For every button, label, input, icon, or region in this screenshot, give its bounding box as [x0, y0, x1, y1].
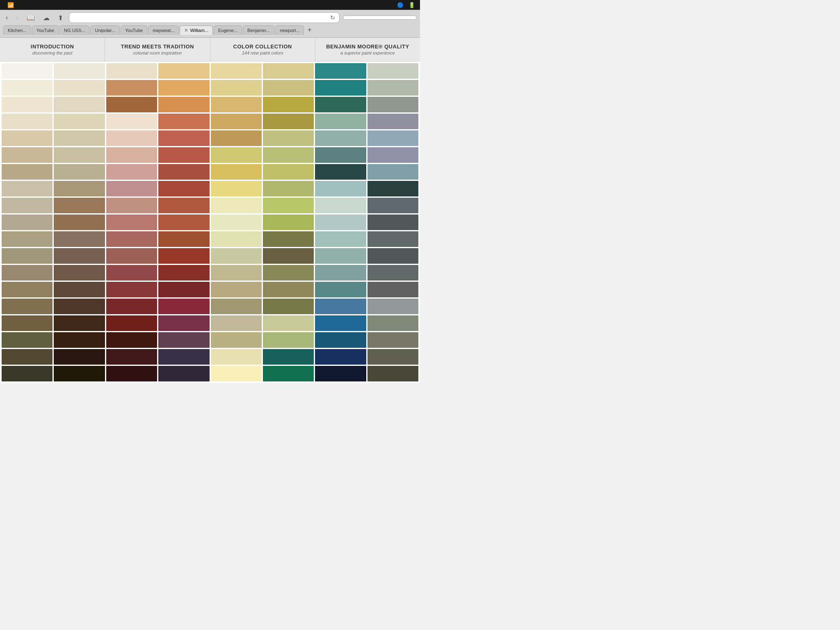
color-swatch-92[interactable]: [211, 248, 262, 264]
color-swatch-66[interactable]: [106, 198, 157, 213]
color-swatch-127[interactable]: [368, 315, 418, 331]
color-swatch-120[interactable]: [2, 315, 52, 331]
color-swatch-95[interactable]: [368, 248, 418, 264]
color-swatch-118[interactable]: [315, 299, 366, 314]
color-swatch-113[interactable]: [54, 299, 105, 314]
tab-unipolar---[interactable]: Unipolar...: [90, 25, 120, 35]
color-swatch-125[interactable]: [263, 315, 314, 331]
tab-eugene---[interactable]: Eugene...: [214, 25, 242, 35]
color-swatch-49[interactable]: [54, 164, 105, 180]
color-swatch-2[interactable]: [106, 63, 157, 79]
color-swatch-56[interactable]: [2, 181, 52, 196]
color-swatch-75[interactable]: [158, 215, 209, 230]
nav-section-benjamin-moore--qual[interactable]: BENJAMIN MOORE® QUALITYa superior paint …: [315, 38, 420, 61]
color-swatch-52[interactable]: [211, 164, 262, 180]
color-swatch-12[interactable]: [211, 80, 262, 96]
color-swatch-132[interactable]: [211, 332, 262, 348]
color-swatch-34[interactable]: [106, 130, 157, 146]
color-swatch-85[interactable]: [263, 231, 314, 247]
color-swatch-87[interactable]: [368, 231, 418, 247]
color-swatch-46[interactable]: [315, 147, 366, 163]
icloud-button[interactable]: ☁: [41, 13, 52, 23]
color-swatch-123[interactable]: [158, 315, 209, 331]
color-swatch-103[interactable]: [368, 265, 418, 281]
color-swatch-6[interactable]: [315, 63, 366, 79]
color-swatch-102[interactable]: [315, 265, 366, 281]
tab-youtube[interactable]: YouTube: [32, 25, 59, 35]
address-bar[interactable]: ↻: [69, 12, 340, 23]
color-swatch-64[interactable]: [2, 198, 52, 213]
color-swatch-134[interactable]: [315, 332, 366, 348]
color-swatch-133[interactable]: [263, 332, 314, 348]
color-swatch-38[interactable]: [315, 130, 366, 146]
color-swatch-141[interactable]: [263, 349, 314, 365]
color-swatch-60[interactable]: [211, 181, 262, 196]
color-swatch-121[interactable]: [54, 315, 105, 331]
color-swatch-77[interactable]: [263, 215, 314, 230]
color-swatch-9[interactable]: [54, 80, 105, 96]
search-box[interactable]: [343, 16, 417, 20]
color-swatch-84[interactable]: [211, 231, 262, 247]
color-swatch-44[interactable]: [211, 147, 262, 163]
color-swatch-136[interactable]: [2, 349, 52, 365]
color-swatch-144[interactable]: [2, 366, 52, 381]
color-swatch-20[interactable]: [211, 97, 262, 112]
tab-william---[interactable]: ✕William...: [180, 25, 213, 35]
tab-newport---[interactable]: newport...: [275, 25, 304, 35]
color-swatch-114[interactable]: [106, 299, 157, 314]
color-swatch-117[interactable]: [263, 299, 314, 314]
color-swatch-48[interactable]: [2, 164, 52, 180]
color-swatch-131[interactable]: [158, 332, 209, 348]
color-swatch-68[interactable]: [211, 198, 262, 213]
color-swatch-55[interactable]: [368, 164, 418, 180]
color-swatch-41[interactable]: [54, 147, 105, 163]
color-swatch-18[interactable]: [106, 97, 157, 112]
color-swatch-25[interactable]: [54, 114, 105, 129]
color-swatch-91[interactable]: [158, 248, 209, 264]
nav-section-trend-meets-traditio[interactable]: TREND MEETS TRADITIONcolonial room inspi…: [105, 38, 210, 61]
color-swatch-62[interactable]: [315, 181, 366, 196]
color-swatch-100[interactable]: [211, 265, 262, 281]
color-swatch-10[interactable]: [106, 80, 157, 96]
color-swatch-23[interactable]: [368, 97, 418, 112]
bookmarks-button[interactable]: 📖: [24, 13, 37, 23]
color-swatch-69[interactable]: [263, 198, 314, 213]
color-swatch-130[interactable]: [106, 332, 157, 348]
color-swatch-24[interactable]: [2, 114, 52, 129]
color-swatch-86[interactable]: [315, 231, 366, 247]
color-swatch-5[interactable]: [263, 63, 314, 79]
color-swatch-139[interactable]: [158, 349, 209, 365]
color-swatch-108[interactable]: [211, 282, 262, 297]
color-swatch-83[interactable]: [158, 231, 209, 247]
color-swatch-135[interactable]: [368, 332, 418, 348]
color-swatch-79[interactable]: [368, 215, 418, 230]
color-swatch-40[interactable]: [2, 147, 52, 163]
color-swatch-98[interactable]: [106, 265, 157, 281]
color-swatch-97[interactable]: [54, 265, 105, 281]
color-swatch-89[interactable]: [54, 248, 105, 264]
color-swatch-39[interactable]: [368, 130, 418, 146]
color-swatch-138[interactable]: [106, 349, 157, 365]
color-swatch-149[interactable]: [263, 366, 314, 381]
color-swatch-109[interactable]: [263, 282, 314, 297]
share-button[interactable]: ⬆: [55, 13, 66, 23]
color-swatch-17[interactable]: [54, 97, 105, 112]
color-swatch-128[interactable]: [2, 332, 52, 348]
tab-youtube[interactable]: YouTube: [121, 25, 147, 35]
color-swatch-129[interactable]: [54, 332, 105, 348]
color-swatch-73[interactable]: [54, 215, 105, 230]
color-swatch-126[interactable]: [315, 315, 366, 331]
nav-section-color-collection[interactable]: COLOR COLLECTION144 new paint colors: [210, 38, 315, 61]
color-swatch-33[interactable]: [54, 130, 105, 146]
color-swatch-36[interactable]: [211, 130, 262, 146]
color-swatch-78[interactable]: [315, 215, 366, 230]
color-swatch-50[interactable]: [106, 164, 157, 180]
color-swatch-112[interactable]: [2, 299, 52, 314]
color-swatch-8[interactable]: [2, 80, 52, 96]
tab-benjamin---[interactable]: Benjamin...: [243, 25, 274, 35]
color-swatch-104[interactable]: [2, 282, 52, 297]
color-swatch-32[interactable]: [2, 130, 52, 146]
color-swatch-94[interactable]: [315, 248, 366, 264]
color-swatch-76[interactable]: [211, 215, 262, 230]
color-swatch-147[interactable]: [158, 366, 209, 381]
